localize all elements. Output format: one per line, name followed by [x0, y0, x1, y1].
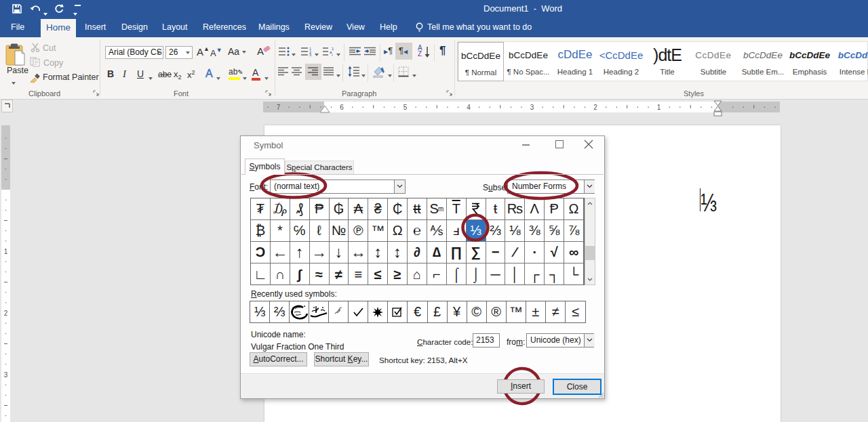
svg-text:4: 4: [467, 104, 471, 111]
svg-text:1: 1: [657, 104, 661, 111]
svg-text:2: 2: [4, 310, 8, 317]
svg-text:2: 2: [593, 104, 597, 111]
svg-text:5: 5: [403, 104, 408, 111]
svg-text:3: 3: [309, 53, 311, 56]
svg-text:3: 3: [530, 104, 534, 111]
svg-text:7: 7: [277, 104, 281, 111]
svg-text:3: 3: [4, 371, 8, 379]
svg-text:1: 1: [4, 248, 8, 255]
svg-text:6: 6: [340, 104, 344, 111]
svg-text:i: i: [332, 53, 332, 56]
svg-text:1: 1: [332, 47, 334, 51]
